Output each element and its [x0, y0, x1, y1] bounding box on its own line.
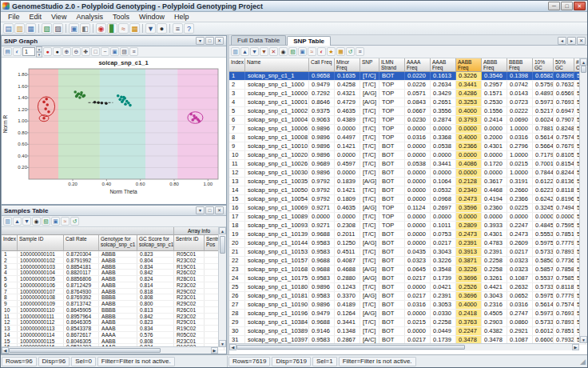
polar-view-icon[interactable]: ◐	[13, 47, 22, 56]
snp-table-row[interactable]: 27solcap_snp_c1_101900.98960.4189[T/C]BO…	[229, 301, 587, 310]
filter-rows-icon[interactable]: ▼	[22, 217, 31, 226]
snp-graph-menu-button[interactable]: ▾	[196, 37, 205, 45]
snp-table-row[interactable]: 24solcap_snp_c1_101750.95830.2880[A/G]BO…	[229, 274, 587, 283]
snp-table-row[interactable]: 10solcap_snp_c1_100200.98960.0000[T/C]BO…	[229, 151, 587, 160]
snp-scroll-down-button[interactable]: ▼	[580, 336, 587, 343]
snp-column-header[interactable]: 50% GC	[554, 58, 574, 72]
snp-table-row[interactable]: 11solcap_snp_c1_100260.96890.4597[T/C]BO…	[229, 160, 587, 169]
snp-column-header[interactable]: AABB Freq	[456, 58, 482, 72]
samples-column-header[interactable]: Call Rate	[64, 235, 99, 251]
snp-vscroll-track[interactable]	[580, 66, 587, 336]
snp-column-header[interactable]: SNP	[360, 58, 379, 72]
samples-column-header[interactable]: Sample ID	[18, 235, 64, 251]
samples-vertical-scrollbar[interactable]: ▲ ▼	[218, 227, 226, 347]
column-chooser-icon[interactable]: ▥	[231, 47, 240, 56]
tab-full-data-table[interactable]: Full Data Table	[231, 35, 286, 45]
snp-table-row[interactable]: 16solcap_snp_c1_100690.92710.4635[A/G]TO…	[229, 204, 587, 213]
snp-vscroll-thumb[interactable]	[581, 66, 586, 73]
graph-properties-icon[interactable]: ≡	[129, 47, 138, 56]
snp-scatter-plot[interactable]: 0.200.400.600.801.001.201.401.601.800.20…	[2, 58, 226, 205]
snp-table-row[interactable]: 29solcap_snp_c1_103840.96880.3441[T/C]BO…	[229, 318, 587, 327]
samples-vscroll-thumb[interactable]	[220, 236, 225, 254]
snp-table-row[interactable]: 9solcap_snp_c1_100100.98960.1421[T/C]BOT…	[229, 142, 587, 151]
snp-table-row[interactable]: 22solcap_snp_c1_101570.96880.4087[T/C]BO…	[229, 257, 587, 266]
samples-table-row[interactable]: 151000000001150.8046305AABB0.808R23C01	[2, 338, 226, 345]
save-project-icon[interactable]: ▦	[26, 23, 36, 34]
samples-column-header[interactable]: GC Score for solcap_snp_c1	[137, 235, 174, 251]
spinner-up-icon[interactable]: ▲	[36, 46, 42, 52]
help-icon[interactable]: ?	[184, 23, 194, 34]
snp-scroll-up-button[interactable]: ▲	[580, 58, 587, 66]
new-project-icon[interactable]: ▤	[3, 23, 14, 34]
close-button[interactable]: ✕	[574, 2, 586, 10]
snp-column-header[interactable]: Call Freq	[309, 58, 335, 72]
samples-scroll-up-button[interactable]: ▲	[219, 227, 226, 234]
samples-table-row[interactable]: 101000000001100.8645905BBBB0.813R26C01	[2, 307, 226, 314]
snp-column-header[interactable]: AAAA Freq	[405, 58, 431, 72]
samples-column-header[interactable]: Index	[2, 235, 18, 251]
samples-table-row[interactable]: 61000000001060.8712429AABB0.814R23C02	[2, 282, 226, 289]
clear-filter-icon[interactable]: ✕	[269, 47, 278, 56]
snp-table-row[interactable]: 7solcap_snp_c1_100060.98960.0000[T/C]TOP…	[229, 125, 587, 134]
snp-table-row[interactable]: 21solcap_snp_c1_101530.95830.4511[T/C]BO…	[229, 248, 587, 257]
bookmark-icon[interactable]: ★	[327, 47, 336, 56]
find-sample-icon[interactable]: ◉	[32, 217, 41, 226]
tab-scroll-left-button[interactable]: ◂	[558, 37, 566, 45]
menu-edit[interactable]: Edit	[25, 12, 47, 22]
snp-graph-close-button[interactable]: ✕	[215, 37, 224, 45]
menu-window[interactable]: Window	[134, 12, 169, 22]
samples-horizontal-scrollbar[interactable]: ◀ ▶	[2, 346, 218, 354]
snp-table-row[interactable]: 20solcap_snp_c1_101440.95830.1250[A/G]BO…	[229, 239, 587, 248]
snp-table-row[interactable]: 3solcap_snp_c1_100000.72920.4321[A/G]TOP…	[229, 90, 587, 98]
samples-table-row[interactable]: 131000000001130.8543378AAAB0.834R19C02	[2, 326, 226, 332]
statistics-icon[interactable]: ≈	[308, 47, 316, 56]
snp-column-header[interactable]: BBBB Freq	[507, 58, 533, 72]
scatter-plot-icon[interactable]: ◉	[96, 23, 106, 34]
tab-scroll-right-button[interactable]: ▸	[567, 37, 576, 45]
snp-scroll-left-button[interactable]: ◀	[229, 344, 236, 350]
snp-table-row[interactable]: 25solcap_snp_c1_101800.98960.1243[T/C]BO…	[229, 283, 587, 292]
sort-asc-icon[interactable]: ▲	[240, 47, 249, 56]
statistics-icon[interactable]: ≈	[61, 217, 70, 226]
snp-hscroll-thumb[interactable]	[236, 345, 465, 350]
snp-table-row[interactable]: 1solcap_snp_c1_10.96580.1635[T/C]BOT0.02…	[229, 72, 587, 81]
snp-column-header[interactable]: Minor Freq	[335, 58, 360, 72]
settings-icon[interactable]: ≡	[356, 47, 364, 56]
find-icon[interactable]: ●	[157, 23, 167, 34]
heatmap-icon[interactable]: ▦	[129, 23, 140, 34]
snp-table-row[interactable]: 14solcap_snp_c1_100500.97920.1421[T/C]BO…	[229, 186, 587, 195]
refresh-icon[interactable]: ↺	[346, 47, 355, 56]
snp-spinner-arrows[interactable]: ▲▼	[36, 46, 42, 58]
samples-hscroll-thumb[interactable]	[9, 348, 161, 353]
samples-table-row[interactable]: 71000000001070.8764930AABB0.818R29C02	[2, 289, 226, 295]
paste-icon[interactable]: ◧	[80, 23, 90, 34]
maximize-button[interactable]: □	[561, 2, 573, 10]
bar-chart-icon[interactable]: ▊	[107, 23, 117, 34]
copy-table-icon[interactable]: ▣	[51, 217, 60, 226]
samples-scroll-right-button[interactable]: ▶	[211, 347, 218, 354]
snp-table-row[interactable]: 17solcap_snp_c1_100890.00000.0000[T/C]TO…	[229, 213, 587, 222]
tab-close-button[interactable]: ✕	[577, 37, 586, 45]
graph-type-icon[interactable]: ▤	[3, 47, 12, 56]
samples-table-row[interactable]: 121000000001120.8646305AABB0.823R29C01	[2, 319, 226, 326]
find-snp-icon[interactable]: ◉	[279, 47, 288, 56]
spinner-down-icon[interactable]: ▼	[36, 52, 42, 58]
filter-icon[interactable]: ▼	[145, 23, 156, 34]
plot-icon[interactable]: ◐	[317, 47, 326, 56]
menu-view[interactable]: View	[46, 12, 71, 22]
menu-analysis[interactable]: Analysis	[71, 12, 108, 22]
snp-table-row[interactable]: 4solcap_snp_c1_100010.86460.4729[A/G]TOP…	[229, 98, 587, 107]
samples-table-row[interactable]: 91000000001090.8713742AABB0.800R29C02	[2, 301, 226, 307]
array-info-group-header[interactable]: Array Info	[174, 227, 224, 235]
snp-column-header[interactable]: ILMN Strand	[379, 58, 405, 72]
resize-grip[interactable]: ◢	[580, 358, 587, 366]
menu-help[interactable]: Help	[169, 12, 194, 22]
filter-icon[interactable]: ▼	[260, 47, 268, 56]
settings-icon[interactable]: ≡	[173, 23, 183, 34]
samples-menu-button[interactable]: ▾	[196, 206, 205, 214]
snp-column-header[interactable]: Name	[245, 58, 309, 72]
snp-table-row[interactable]: 5solcap_snp_c1_100020.93750.4635[T/C]TOP…	[229, 107, 587, 116]
sort-desc-icon[interactable]: ▼	[250, 47, 259, 56]
samples-table-row[interactable]: 141000000001140.8672617AAAA0.576R05C02	[2, 332, 226, 338]
copy-icon[interactable]: ▣	[298, 47, 307, 56]
